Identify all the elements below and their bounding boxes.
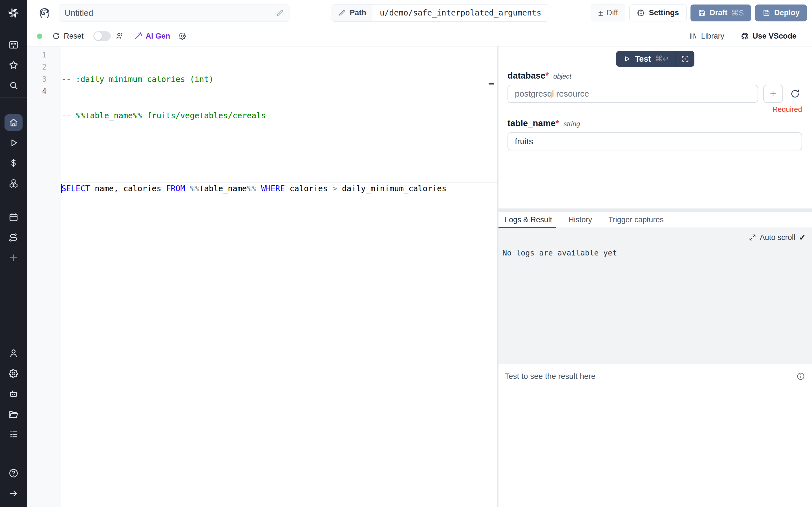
table-name-input[interactable] — [507, 132, 802, 151]
postgresql-icon — [38, 7, 51, 19]
code-token: calories — [285, 184, 333, 193]
scrollbar-cursor-marker — [489, 83, 494, 84]
reset-label: Reset — [64, 32, 84, 41]
plus-icon — [8, 252, 19, 263]
diff-button[interactable]: ± Diff — [591, 4, 625, 21]
code-line-current: SELECT name, calories FROM %%table_name%… — [61, 182, 497, 194]
library-button[interactable]: Library — [689, 32, 724, 41]
editor-settings-button[interactable] — [178, 32, 187, 40]
arrow-right-icon — [8, 488, 19, 499]
path-field[interactable]: Path u/demo/safe_interpolated_arguments — [332, 4, 549, 22]
operator-token: > — [333, 184, 337, 193]
sidebar-item-expand[interactable] — [0, 483, 27, 504]
topbar-center: Path u/demo/safe_interpolated_arguments — [290, 4, 591, 22]
path-value: u/demo/safe_interpolated_arguments — [372, 4, 549, 21]
windmill-logo[interactable] — [0, 0, 27, 26]
code-line: -- %%table_name%% fruits/vegetables/cere… — [61, 110, 497, 122]
horizontal-splitter[interactable] — [499, 209, 812, 212]
field-type: string — [564, 120, 580, 128]
active-pill — [4, 114, 22, 131]
diff-label: Diff — [606, 8, 618, 17]
expand-icon — [749, 234, 756, 241]
capture-button[interactable] — [676, 54, 695, 63]
sidebar-item-help[interactable] — [0, 463, 27, 483]
main-area: Untitled Path u/demo/safe_interpolated_a… — [27, 0, 812, 507]
plus-icon — [769, 89, 777, 98]
users-icon[interactable] — [115, 32, 124, 41]
sidebar-item-settings[interactable] — [0, 363, 27, 384]
line-number: 1 — [27, 49, 47, 61]
info-button[interactable] — [796, 372, 805, 382]
tab-logs-result[interactable]: Logs & Result — [505, 212, 552, 228]
line-number: 3 — [27, 73, 47, 86]
comment-token: -- %%table_name%% fruits/vegetables/cere… — [61, 111, 266, 120]
sidebar-item-favorites[interactable] — [0, 55, 27, 75]
ai-gen-button[interactable]: AI Gen — [134, 32, 170, 41]
auto-scroll-toggle[interactable]: Auto scroll ✓ — [749, 233, 806, 242]
use-vscode-label: Use VScode — [753, 32, 797, 41]
status-dot — [37, 34, 42, 39]
refresh-icon — [52, 32, 60, 40]
capture-icon — [681, 54, 690, 63]
calendar-icon — [8, 212, 19, 223]
ai-gen-label: AI Gen — [146, 32, 170, 41]
play-icon — [623, 55, 631, 63]
reset-button[interactable]: Reset — [52, 32, 84, 41]
draft-label: Draft — [710, 8, 727, 17]
route-icon — [8, 232, 19, 243]
settings-button[interactable]: Settings — [629, 4, 687, 21]
sidebar-item-flows[interactable] — [0, 227, 27, 247]
tab-history[interactable]: History — [568, 212, 592, 228]
path-label: Path — [350, 8, 366, 17]
result-panel: Test to see the result here — [499, 364, 812, 507]
code-area[interactable]: -- :daily_minimum_calories (int) -- %%ta… — [61, 47, 497, 507]
plus-minus-icon: ± — [598, 9, 603, 17]
script-title-field[interactable]: Untitled — [59, 4, 290, 22]
sidebar-item-schedules[interactable] — [0, 207, 27, 227]
tab-trigger-captures[interactable]: Trigger captures — [608, 212, 664, 228]
line-number-active: 4 — [27, 86, 47, 98]
sidebar-item-add[interactable] — [0, 247, 27, 268]
database-input[interactable] — [507, 85, 758, 103]
required-asterisk: * — [545, 71, 549, 81]
sidebar-item-audit-logs[interactable] — [0, 424, 27, 445]
diff-mode-toggle[interactable] — [93, 31, 111, 41]
code-token: table_name — [199, 184, 247, 193]
interpolation-token: %% — [190, 184, 199, 193]
edit-title-pencil-icon[interactable] — [275, 9, 284, 17]
refresh-resources-button[interactable] — [788, 89, 802, 99]
keyword-token: SELECT — [61, 184, 90, 193]
test-button-main: Test ⌘↵ — [616, 54, 675, 64]
deploy-button[interactable]: Deploy — [755, 4, 807, 21]
code-editor[interactable]: 1 2 3 4 -- :daily_minimum_calories (int)… — [27, 47, 497, 507]
sidebar-bottom-group — [0, 343, 27, 507]
topbar: Untitled Path u/demo/safe_interpolated_a… — [27, 0, 812, 26]
edit-path-pencil-icon — [338, 9, 346, 17]
home-icon — [8, 117, 19, 128]
add-resource-button[interactable] — [763, 85, 783, 103]
save-icon — [762, 9, 770, 17]
use-vscode-button[interactable]: Use VScode — [741, 32, 797, 41]
sidebar-item-runs[interactable] — [0, 133, 27, 153]
sidebar-item-variables[interactable] — [0, 153, 27, 173]
sidebar-item-folders[interactable] — [0, 404, 27, 424]
line-number: 2 — [27, 61, 47, 73]
keyword-token: FROM — [166, 184, 185, 193]
sidebar-item-search[interactable] — [0, 75, 27, 96]
sidebar-item-user[interactable] — [0, 343, 27, 363]
sidebar-item-workers[interactable] — [0, 384, 27, 404]
sidebar-item-resources[interactable] — [0, 173, 27, 193]
audit-list-icon — [8, 429, 19, 440]
sidebar-item-home[interactable] — [0, 112, 27, 133]
settings-label: Settings — [649, 8, 679, 17]
sidebar-item-apps[interactable] — [0, 35, 27, 55]
gear-icon — [178, 32, 187, 40]
sidebar-divider — [0, 97, 27, 98]
draft-shortcut: ⌘S — [731, 8, 744, 17]
search-icon — [8, 80, 19, 91]
code-token — [256, 184, 261, 193]
field-type: object — [553, 72, 571, 80]
test-button[interactable]: Test ⌘↵ — [616, 51, 694, 67]
field-label-table-name: table_name * string — [507, 118, 802, 151]
draft-button[interactable]: Draft ⌘S — [691, 4, 751, 21]
